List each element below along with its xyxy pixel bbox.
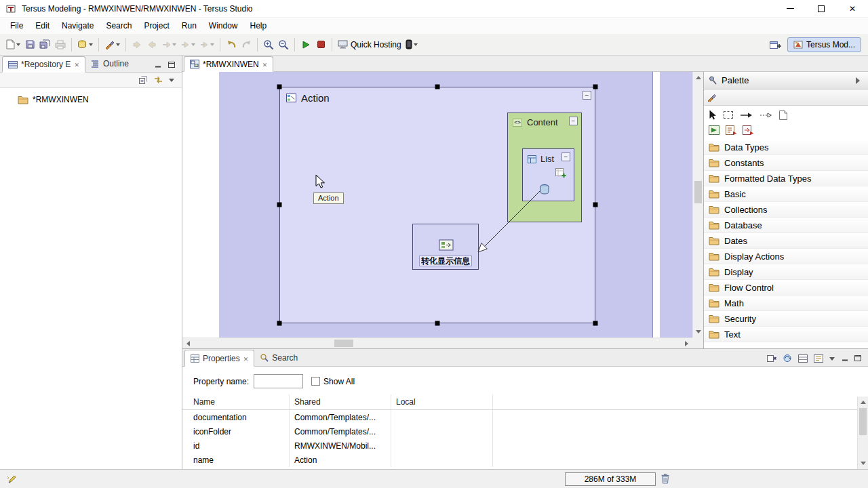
menu-item[interactable]: Edit (29, 18, 56, 33)
print-button[interactable] (54, 37, 67, 53)
note-tool[interactable] (779, 110, 787, 120)
marquee-tool[interactable] (724, 111, 733, 119)
editor-tab-rmwxinwen[interactable]: *RMWXINWEN (184, 56, 273, 72)
close-editor-tab-icon[interactable] (262, 60, 268, 69)
add-element-icon[interactable] (555, 168, 566, 178)
selection-handle-se[interactable] (593, 321, 598, 326)
tab-outline[interactable]: Outline (85, 56, 134, 72)
view-maximize-icon[interactable] (854, 355, 861, 361)
palette-category[interactable]: Flow Control (704, 280, 868, 296)
property-name-cell[interactable]: iconFolder (182, 424, 290, 439)
run-button[interactable] (299, 37, 313, 53)
save-all-button[interactable] (38, 37, 52, 53)
scroll-down-icon[interactable] (858, 458, 868, 469)
palette-category[interactable]: Constants (704, 155, 868, 171)
new-wizard-button[interactable] (76, 37, 94, 53)
show-advanced-icon[interactable] (814, 354, 823, 363)
palette-category[interactable]: Math (704, 296, 868, 311)
property-row[interactable]: id RMWXINWEN/Mobil... (182, 439, 868, 453)
property-local-cell[interactable] (391, 424, 493, 439)
palette-collapse-icon[interactable] (856, 77, 863, 84)
scroll-down-icon[interactable] (693, 327, 704, 338)
next-annotation-button[interactable] (130, 37, 144, 53)
last-edit-location-button[interactable] (160, 37, 178, 53)
maximize-button[interactable] (806, 0, 837, 17)
menu-item[interactable]: Help (244, 18, 273, 33)
horizontal-scroll-thumb[interactable] (334, 340, 353, 347)
save-button[interactable] (23, 37, 37, 53)
undo-button[interactable] (224, 37, 238, 53)
view-minimize-icon[interactable] (842, 355, 848, 361)
scroll-up-icon[interactable] (858, 396, 868, 407)
property-row[interactable]: name Action (182, 453, 868, 467)
property-row[interactable]: iconFolder Common/Templates/... (182, 424, 868, 439)
tree-item-project[interactable]: *RMWXINWEN (0, 94, 182, 106)
property-row[interactable]: documentation Common/Templates/... (182, 410, 868, 424)
palette-category[interactable]: Text (704, 327, 868, 342)
new-dropdown-icon[interactable] (16, 43, 20, 48)
palette-category[interactable]: Dates (704, 233, 868, 249)
column-header-shared[interactable]: Shared (290, 394, 391, 409)
garbage-collect-icon[interactable] (660, 473, 670, 484)
canvas-horizontal-scrollbar[interactable] (182, 338, 692, 348)
refresh-icon[interactable] (783, 354, 792, 363)
palette-category[interactable]: Basic (704, 186, 868, 202)
palette-pin-icon[interactable] (709, 76, 717, 85)
palette-category[interactable]: Display Actions (704, 249, 868, 264)
quick-hosting-button[interactable]: Quick Hosting (336, 37, 403, 53)
palette-category[interactable]: Security (704, 311, 868, 327)
canvas-vertical-scrollbar[interactable] (692, 72, 703, 338)
column-header-local[interactable]: Local (391, 394, 493, 409)
flow-tool[interactable] (740, 112, 753, 119)
mobile-preview-button[interactable] (404, 37, 419, 53)
last-edit-dropdown-icon[interactable] (172, 43, 176, 48)
view-menu-icon[interactable] (829, 356, 835, 361)
redo-button[interactable] (239, 37, 253, 53)
palette-operation-icon[interactable] (743, 125, 754, 135)
pin-property-icon[interactable] (767, 354, 776, 363)
palette-category[interactable]: Database (704, 218, 868, 233)
property-shared-cell[interactable]: Action (290, 453, 391, 467)
list-child-element[interactable] (539, 168, 566, 197)
close-tab-icon[interactable] (243, 354, 249, 363)
new-wizard-dropdown-icon[interactable] (89, 43, 93, 48)
property-shared-cell[interactable]: Common/Templates/... (290, 424, 391, 439)
back-dropdown-icon[interactable] (191, 43, 195, 48)
zoom-out-button[interactable] (277, 37, 290, 53)
palette-display-action-icon[interactable] (709, 125, 720, 135)
tab-properties[interactable]: Properties (184, 350, 254, 367)
property-shared-cell[interactable]: RMWXINWEN/Mobil... (290, 439, 391, 453)
scroll-left-icon[interactable] (182, 338, 193, 349)
palette-category[interactable]: Data Types (704, 140, 868, 155)
transform-action-box[interactable]: 转化显示信息 (412, 224, 479, 270)
model-background-overflow[interactable] (660, 72, 692, 338)
property-name-cell[interactable]: name (182, 453, 290, 467)
mobile-preview-dropdown-icon[interactable] (414, 43, 418, 48)
view-menu-icon[interactable] (169, 77, 175, 83)
view-minimize-icon[interactable] (155, 62, 161, 68)
link-tool[interactable] (760, 112, 772, 119)
menu-item[interactable]: Search (100, 18, 138, 33)
view-maximize-icon[interactable] (168, 62, 175, 68)
palette-tools-drawer[interactable] (704, 89, 868, 106)
forward-dropdown-icon[interactable] (210, 43, 214, 48)
selection-handle-n[interactable] (435, 85, 440, 89)
vertical-scroll-thumb[interactable] (694, 181, 702, 203)
zoom-in-button[interactable] (262, 37, 275, 53)
open-perspective-button[interactable] (768, 37, 783, 53)
tab-repository-explorer[interactable]: *Repository E (2, 56, 85, 73)
stop-button[interactable] (314, 37, 328, 53)
property-local-cell[interactable] (391, 410, 493, 424)
minimize-button[interactable] (774, 0, 806, 17)
format-brush-button[interactable] (103, 37, 121, 53)
menu-item[interactable]: Project (138, 18, 175, 33)
status-pencil-icon[interactable] (7, 474, 17, 484)
close-tab-icon[interactable] (74, 60, 79, 69)
close-button[interactable] (837, 0, 868, 17)
selection-handle-s[interactable] (435, 321, 440, 326)
selection-handle-sw[interactable] (277, 321, 282, 326)
menu-item[interactable]: File (4, 18, 29, 33)
show-categories-icon[interactable] (798, 354, 808, 363)
tab-search[interactable]: Search (254, 349, 303, 366)
selection-handle-w[interactable] (277, 203, 282, 207)
